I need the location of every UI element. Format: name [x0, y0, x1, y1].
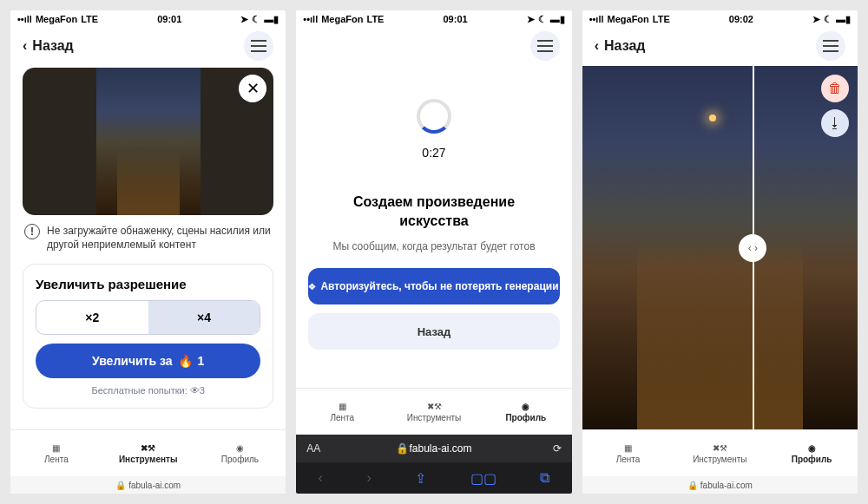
signal-icon: ••ıll	[17, 14, 32, 24]
back-button[interactable]: ‹ Назад	[23, 38, 74, 54]
trash-icon: 🗑	[828, 81, 842, 96]
tab-tools[interactable]: ✖⚒ Инструменты	[102, 430, 194, 476]
hamburger-icon	[823, 40, 838, 52]
compare-slider-line	[753, 66, 754, 429]
generating-title: Создаем произведение искусства	[308, 193, 559, 230]
compare-slider-handle[interactable]: ‹ ›	[739, 234, 766, 262]
tab-profile[interactable]: ◉ Профиль	[766, 430, 858, 476]
image-detail	[709, 115, 716, 121]
signal-icon: ••ıll	[589, 14, 604, 24]
auth-button-label: Авторизуйтесь, чтобы не потерять генерац…	[320, 280, 558, 292]
tab-feed-label: Лента	[44, 455, 69, 464]
url-text: fabula-ai.com	[700, 481, 753, 490]
safari-toolbar: ‹ › ⇪ ▢▢ ⧉	[296, 462, 571, 494]
scale-option-x4[interactable]: ×4	[148, 301, 260, 334]
upscale-card: Увеличить разрешение ×2 ×4 Увеличить за …	[23, 264, 273, 409]
back-label: Назад	[604, 38, 645, 54]
upscale-title: Увеличить разрешение	[36, 277, 260, 291]
tab-tools-label: Инструменты	[407, 413, 461, 422]
tabbar: ▦ Лента ✖⚒ Инструменты ◉ Профиль	[10, 429, 286, 476]
title-line-1: Создаем произведение	[353, 194, 515, 209]
tabbar: ▦ Лента ✖⚒ Инструменты ◉ Профиль	[582, 429, 858, 476]
generating-subtitle: Мы сообщим, когда результат будет готов	[308, 240, 559, 252]
back-button-secondary[interactable]: Назад	[308, 313, 559, 350]
tab-tools[interactable]: ✖⚒ Инструменты	[674, 430, 766, 476]
safari-back-icon[interactable]: ‹	[319, 470, 323, 486]
countdown: 0:27	[308, 146, 559, 160]
profile-icon: ◉	[808, 443, 816, 453]
download-button[interactable]: ⭳	[821, 109, 849, 137]
warning-text: Не загружайте обнаженку, сцены насилия и…	[47, 224, 272, 252]
result-image-compare[interactable]: ‹ › 🗑 ⭳	[582, 66, 858, 429]
share-icon[interactable]: ⇪	[415, 470, 426, 487]
menu-button[interactable]	[244, 31, 273, 61]
location-icon: ➤	[527, 14, 535, 25]
tab-tools[interactable]: ✖⚒ Инструменты	[388, 389, 480, 435]
safari-forward-icon[interactable]: ›	[366, 470, 371, 486]
clock: 09:01	[157, 14, 181, 24]
free-attempts: Бесплатные попытки: 👁3	[36, 385, 260, 396]
image-preview: ✕	[23, 68, 273, 215]
tools-icon: ✖⚒	[141, 443, 155, 453]
network-label: LTE	[81, 14, 98, 24]
tools-icon: ✖⚒	[713, 443, 727, 453]
screen-result-compare: ••ıll MegaFon LTE 09:02 ➤ ☾ ▬▮ ‹ Назад ‹…	[582, 10, 858, 494]
upscale-button[interactable]: Увеличить за 🔥1	[36, 344, 260, 378]
tab-feed[interactable]: ▦ Лента	[10, 430, 102, 476]
status-bar: ••ıll MegaFon LTE 09:01 ➤ ☾ ▬▮	[296, 10, 571, 28]
safari-url-bar[interactable]: AA 🔒 fabula-ai.com ⟳	[296, 435, 571, 462]
tabs-icon[interactable]: ⧉	[540, 470, 549, 486]
grid-icon: ▦	[624, 443, 632, 453]
browser-url-bar: 🔒 fabula-ai.com	[582, 476, 858, 494]
header: ‹ Назад	[10, 28, 286, 64]
tools-icon: ✖⚒	[427, 402, 442, 411]
carrier-label: MegaFon	[36, 14, 77, 24]
warning-icon: !	[24, 224, 40, 239]
signal-icon: ••ıll	[303, 14, 318, 24]
hamburger-icon	[537, 40, 553, 52]
auth-button[interactable]: ⎆ Авторизуйтесь, чтобы не потерять генер…	[308, 268, 559, 304]
tab-feed-label: Лента	[330, 413, 354, 422]
header	[296, 28, 571, 64]
tab-tools-label: Инструменты	[693, 455, 746, 464]
back-button[interactable]: ‹ Назад	[595, 38, 646, 54]
bookmarks-icon[interactable]: ▢▢	[470, 470, 496, 487]
fire-icon: 🔥	[178, 354, 193, 368]
uploaded-image	[96, 68, 201, 215]
close-icon: ✕	[247, 79, 260, 98]
moon-icon: ☾	[824, 14, 832, 25]
delete-button[interactable]: 🗑	[821, 75, 849, 102]
tab-feed[interactable]: ▦ Лента	[296, 389, 388, 435]
carrier-label: MegaFon	[608, 14, 649, 24]
grid-icon: ▦	[339, 402, 346, 411]
clock: 09:01	[443, 14, 467, 24]
status-bar: ••ıll MegaFon LTE 09:01 ➤ ☾ ▬▮	[10, 10, 286, 28]
clock: 09:02	[729, 14, 753, 24]
tab-profile[interactable]: ◉ Профиль	[480, 389, 572, 435]
tab-tools-label: Инструменты	[119, 455, 178, 464]
location-icon: ➤	[240, 14, 248, 25]
title-line-2: искусства	[399, 213, 468, 228]
safari-aa-button[interactable]: AA	[306, 442, 320, 455]
battery-icon: ▬▮	[550, 14, 565, 25]
remove-image-button[interactable]: ✕	[239, 75, 266, 102]
lock-icon: 🔒	[687, 481, 698, 490]
profile-icon: ◉	[236, 443, 244, 453]
lock-icon: 🔒	[396, 442, 409, 455]
tab-profile[interactable]: ◉ Профиль	[194, 430, 286, 476]
refresh-icon[interactable]: ⟳	[553, 442, 562, 455]
hamburger-icon	[251, 40, 266, 52]
menu-button[interactable]	[816, 31, 845, 61]
location-icon: ➤	[812, 14, 820, 25]
upscale-cost: 1	[198, 354, 205, 368]
chevron-left-icon: ‹	[23, 38, 27, 54]
tab-feed[interactable]: ▦ Лента	[582, 430, 674, 476]
profile-icon: ◉	[522, 402, 529, 411]
menu-button[interactable]	[530, 31, 560, 61]
carrier-label: MegaFon	[321, 14, 363, 24]
header: ‹ Назад	[582, 28, 858, 64]
scale-segmented: ×2 ×4	[36, 300, 260, 335]
scale-option-x2[interactable]: ×2	[36, 301, 148, 334]
url-text: fabula-ai.com	[409, 442, 471, 455]
action-column: 🗑 ⭳	[821, 75, 849, 137]
